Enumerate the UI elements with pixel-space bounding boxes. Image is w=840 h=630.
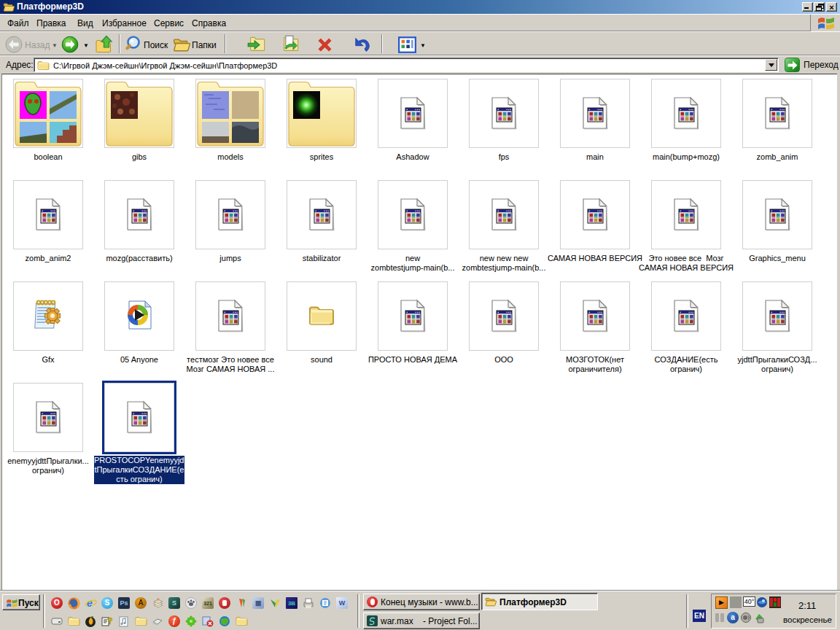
svg-text:?: ? (107, 616, 112, 626)
svg-text:e: e (87, 597, 93, 609)
